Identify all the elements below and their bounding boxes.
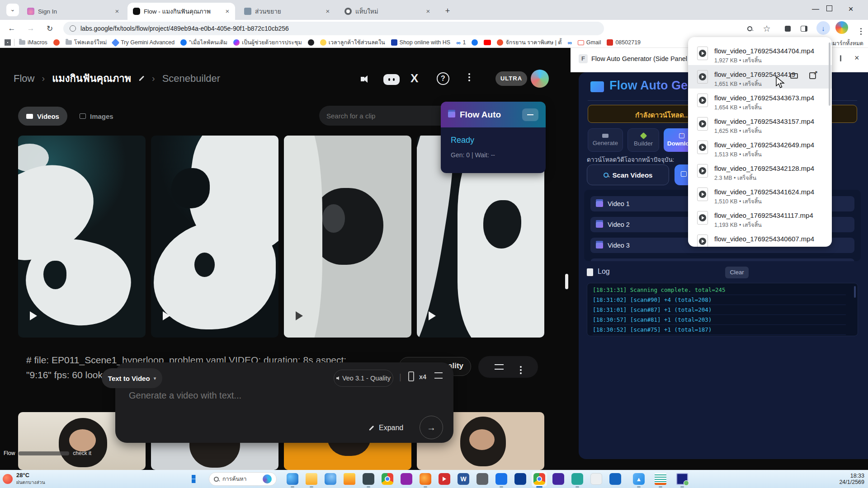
bookmark-bike[interactable]: จักรยาน ราคาพิเศษ | ตั้ <box>495 38 563 47</box>
download-item[interactable]: flow_video_1769254343157.mp41,625 KB • เ… <box>688 112 832 136</box>
expand-button[interactable]: Expand <box>368 424 403 432</box>
video-thumbnail-1[interactable] <box>18 136 146 338</box>
bookmark-imacros[interactable]: iMacros <box>18 39 49 46</box>
bookmark-gemini[interactable]: Try Gemini Advanced <box>111 39 176 46</box>
address-bar[interactable]: labs.google/fx/tools/flow/project/489eb9… <box>63 22 604 35</box>
extensions-puzzle-icon[interactable] <box>780 21 795 36</box>
project-title[interactable]: แมงกินฟันคุณภาพ <box>52 70 131 86</box>
bookmark-gmail[interactable]: Gmail <box>576 39 603 46</box>
taskbar-violet-app-icon[interactable] <box>552 473 564 485</box>
back-icon[interactable]: ← <box>5 21 19 36</box>
discord-icon[interactable] <box>383 74 400 85</box>
video-thumbnail-3[interactable] <box>284 136 411 338</box>
browser-tab-newtab[interactable]: แท็บใหม่ × <box>339 3 436 20</box>
download-item-hovered[interactable]: flow_video_1769254344191,651 KB • เสร็จส… <box>688 65 832 89</box>
bookmark-discount[interactable]: เวลาลูกค้าใช้ส่วนลดใน <box>319 38 387 47</box>
panel-tab-builder[interactable]: Builder <box>627 128 659 152</box>
model-selector[interactable]: Veo 3.1 - Quality <box>334 370 393 387</box>
bookmark-assistant[interactable]: เป็นผู้ช่วยด้วยการประชุม <box>232 38 303 47</box>
weather-widget[interactable]: 28°C ฝนตกบางส่วน <box>3 472 45 486</box>
play-icon[interactable] <box>30 311 37 320</box>
help-icon[interactable]: ? <box>437 72 449 85</box>
play-icon[interactable] <box>163 311 170 320</box>
flow-auto-widget[interactable]: Flow Auto Ready Gen: 0 | Wait: -- <box>441 102 546 173</box>
taskbar-compass-icon[interactable] <box>325 473 336 485</box>
taskbar-pen-app-icon[interactable] <box>495 473 507 485</box>
panel-tab-generate[interactable]: Generate <box>588 128 623 152</box>
video-list-item-partial[interactable] <box>590 258 854 261</box>
tab-videos[interactable]: Videos <box>18 107 67 126</box>
taskbar-clock[interactable]: 18:33 24/1/2569 <box>839 473 864 485</box>
taskbar-white-app-icon[interactable] <box>590 473 602 485</box>
x-twitter-icon[interactable]: X <box>410 71 418 85</box>
window-minimize-button[interactable]: — <box>807 2 824 16</box>
mode-selector[interactable]: Text to Video ▾ <box>102 368 162 388</box>
video-thumbnail-2[interactable] <box>151 136 278 338</box>
taskbar-chrome-active-icon[interactable] <box>533 473 545 485</box>
bookmark-meta[interactable]: ∞1 <box>455 39 467 46</box>
play-icon[interactable] <box>429 311 436 320</box>
more-options-icon[interactable] <box>520 366 522 368</box>
clip-search-bar[interactable] <box>319 106 455 126</box>
taskbar-chrome-icon[interactable] <box>382 473 393 485</box>
lens-search-icon[interactable] <box>742 21 757 36</box>
browser-tab-extensions[interactable]: ส่วนขยาย × <box>239 3 335 20</box>
tab-close-icon[interactable]: × <box>324 7 332 15</box>
reload-icon[interactable]: ↻ <box>42 21 57 36</box>
show-in-folder-icon[interactable] <box>790 73 798 79</box>
taskbar-explorer-icon[interactable] <box>306 473 317 485</box>
play-icon[interactable] <box>296 311 303 320</box>
bookmark-phone[interactable]: 08502719 <box>605 39 642 46</box>
bookmark-live[interactable]: "เมื่อไลฟ์คนเดิม <box>179 38 229 47</box>
side-panel-close-icon[interactable]: × <box>854 53 859 63</box>
taskbar-notes-icon[interactable] <box>609 473 621 485</box>
taskbar-settings-icon[interactable] <box>476 473 488 485</box>
profile-avatar[interactable] <box>835 21 848 34</box>
bookmark-new-folder[interactable]: โฟลเดอร์ใหม่ <box>64 38 108 47</box>
download-item[interactable]: flow_video_1769254340607.mp4 <box>688 230 832 247</box>
bookmark-globe[interactable] <box>307 39 316 46</box>
bookmark-meta2[interactable]: ∞ <box>566 39 573 46</box>
prompt-input[interactable] <box>129 390 346 401</box>
download-item[interactable]: flow_video_1769254341117.mp41,193 KB • เ… <box>688 206 832 230</box>
output-count[interactable]: x4 <box>419 373 426 380</box>
log-clear-button[interactable]: Clear <box>725 267 749 278</box>
downloads-icon[interactable]: ↓ <box>816 21 830 35</box>
window-maximize-button[interactable] <box>826 5 832 11</box>
playlist-icon[interactable] <box>495 364 504 370</box>
download-item[interactable]: flow_video_1769254342128.mp42.3 MB • เสร… <box>688 159 832 183</box>
window-close-button[interactable]: × <box>843 2 859 16</box>
taskbar-search[interactable]: การค้นหา <box>209 472 277 486</box>
tab-close-icon[interactable]: × <box>424 7 432 15</box>
forward-icon[interactable]: → <box>24 21 38 36</box>
scan-videos-button[interactable]: Scan Videos <box>587 164 669 185</box>
browser-tab-flow[interactable]: Flow - แมงกินฟันคุณภาพ × <box>127 3 235 20</box>
edit-pencil-icon[interactable] <box>139 76 144 81</box>
taskbar-youtube-icon[interactable] <box>439 473 450 485</box>
breadcrumb-root[interactable]: Flow <box>14 73 34 84</box>
tune-settings-icon[interactable] <box>434 372 443 379</box>
downloads-scrollbar[interactable] <box>829 42 830 106</box>
header-menu-icon[interactable] <box>468 73 470 75</box>
tray-remote-pc-icon[interactable] <box>676 473 688 485</box>
tab-close-icon[interactable]: × <box>223 7 231 15</box>
tab-images[interactable]: Images <box>71 107 122 126</box>
tab-search-icon[interactable]: ⌄ <box>6 4 19 16</box>
pin-icon[interactable] <box>840 55 841 61</box>
taskbar-photos-icon[interactable] <box>571 473 583 485</box>
new-tab-button[interactable]: + <box>441 5 454 17</box>
tray-notepad-icon[interactable] <box>655 473 666 485</box>
content-scrollbar[interactable] <box>565 274 568 289</box>
download-item[interactable]: flow_video_1769254344704.mp41,927 KB • เ… <box>688 42 832 65</box>
minimize-widget-button[interactable] <box>522 108 538 121</box>
user-avatar[interactable] <box>531 70 549 88</box>
side-panel-icon[interactable] <box>797 21 811 36</box>
phone-portrait-icon[interactable] <box>408 371 414 381</box>
submit-arrow-button[interactable]: → <box>420 416 443 439</box>
download-item[interactable]: flow_video_1769254341624.mp41,510 KB • เ… <box>688 183 832 206</box>
sound-icon[interactable] <box>357 73 371 85</box>
apps-grid-icon[interactable] <box>5 39 11 46</box>
browser-menu-icon[interactable] <box>854 21 868 36</box>
clip-search-input[interactable] <box>326 112 438 120</box>
start-button[interactable] <box>192 475 200 483</box>
